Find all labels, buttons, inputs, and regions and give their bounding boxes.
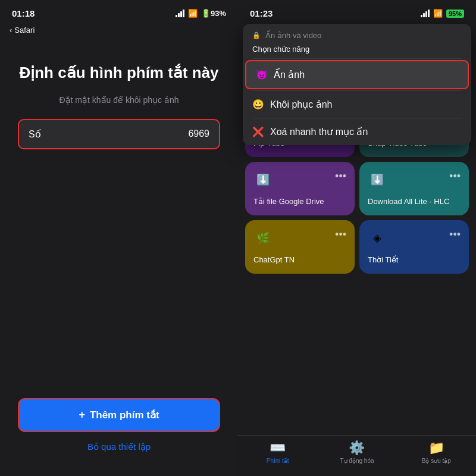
bottom-nav: ⌨️ Phím tắt ⚙️ Tự động hóa 📁 Bộ sưu tập: [238, 435, 476, 476]
dropdown-item-delete[interactable]: ❌ Xoá nhanh thư mục ẩn: [243, 118, 471, 145]
plus-icon: +: [79, 409, 85, 421]
more-icon-weather[interactable]: •••: [449, 228, 461, 241]
weather-label: Thời Tiết: [368, 255, 461, 265]
page-title: Định cấu hình phím tắt này: [19, 63, 218, 83]
dropdown-item-restore[interactable]: 😀 Khôi phục ảnh: [243, 91, 471, 118]
back-label[interactable]: Safari: [14, 26, 35, 35]
delete-label: Xoá nhanh thư mục ẩn: [270, 126, 368, 137]
signal-icon: [176, 10, 184, 17]
more-icon-chatgpt[interactable]: •••: [335, 228, 346, 241]
card-top-gdrive: ⬇️ •••: [253, 170, 346, 189]
card-top-download: ⬇️ •••: [368, 170, 461, 189]
bottom-section: + Thêm phím tắt Bỏ qua thiết lập: [0, 386, 238, 476]
status-icons-left: 📶 🔋93%: [176, 9, 226, 18]
gdrive-icon: ⬇️: [253, 170, 273, 189]
time-right: 01:23: [250, 8, 273, 18]
chatgpt-label: ChatGpt TN: [253, 255, 346, 265]
status-icons-right: 📶 95%: [421, 9, 464, 18]
shortcut-card-download[interactable]: ⬇️ ••• Download All Lite - HLC: [359, 162, 469, 215]
left-panel: 01:18 📶 🔋93% ‹ Safari Định cấu hình phím…: [0, 0, 238, 476]
add-shortcut-label: Thêm phím tắt: [90, 409, 159, 421]
lock-icon: 🔒: [252, 32, 261, 39]
weather-icon: ◈: [368, 228, 387, 248]
wifi-icon-right: 📶: [433, 9, 443, 18]
delete-icon: ❌: [252, 126, 264, 137]
input-row[interactable]: Số 6969: [18, 119, 220, 149]
automation-nav-icon: ⚙️: [349, 440, 365, 456]
download-label: Download All Lite - HLC: [368, 197, 461, 207]
shortcuts-nav-label: Phím tắt: [267, 458, 289, 464]
input-value: 6969: [188, 129, 209, 139]
dropdown-item-hide[interactable]: 😈 Ẩn ảnh: [245, 60, 469, 89]
dropdown-header-text: Ẩn ảnh và video: [265, 31, 321, 40]
restore-icon: 😀: [252, 99, 264, 110]
restore-label: Khôi phục ảnh: [270, 99, 333, 110]
shortcuts-nav-icon: ⌨️: [270, 440, 286, 456]
hide-icon: 😈: [256, 69, 268, 80]
automation-nav-label: Tự động hóa: [340, 458, 374, 464]
battery-label-right: 95%: [446, 10, 464, 18]
left-content: Định cấu hình phím tắt này Đặt mật khẩu …: [0, 39, 238, 386]
input-label: Số: [29, 129, 41, 140]
nav-item-gallery[interactable]: 📁 Bộ sưu tập: [397, 440, 476, 464]
card-top-chatgpt: 🌿 •••: [253, 228, 346, 248]
dropdown-header: 🔒 Ẩn ảnh và video: [243, 24, 471, 42]
more-icon-download[interactable]: •••: [449, 170, 461, 183]
add-shortcut-button[interactable]: + Thêm phím tắt: [18, 398, 220, 432]
skip-setup-link[interactable]: Bỏ qua thiết lập: [87, 441, 151, 452]
battery-icon: 🔋93%: [201, 9, 226, 18]
dropdown-section-label: Chọn chức năng: [243, 42, 471, 58]
divider1: [252, 58, 462, 59]
gallery-nav-icon: 📁: [428, 440, 444, 456]
nav-item-shortcuts[interactable]: ⌨️ Phím tắt: [238, 440, 317, 464]
download-icon: ⬇️: [368, 170, 387, 189]
card-top-weather: ◈ •••: [368, 228, 461, 248]
chatgpt-icon: 🌿: [253, 228, 273, 248]
hide-label: Ẩn ảnh: [274, 69, 305, 80]
more-icon-gdrive[interactable]: •••: [335, 170, 346, 183]
time-left: 01:18: [12, 8, 35, 18]
back-chevron-icon: ‹: [10, 26, 12, 35]
safari-back[interactable]: ‹ Safari: [0, 23, 238, 39]
shortcut-card-gdrive[interactable]: ⬇️ ••• Tải file Google Drive: [245, 162, 355, 215]
shortcut-card-chatgpt[interactable]: 🌿 ••• ChatGpt TN: [245, 220, 355, 274]
status-bar-right: 01:23 📶 95%: [238, 0, 476, 23]
page-subtitle: Đặt mật khẩu để khôi phục ảnh: [59, 95, 178, 105]
signal-icon-right: [421, 10, 430, 17]
gallery-nav-label: Bộ sưu tập: [422, 458, 451, 464]
shortcut-card-weather[interactable]: ◈ ••• Thời Tiết: [359, 220, 469, 274]
status-bar-left: 01:18 📶 🔋93%: [0, 0, 238, 23]
gdrive-label: Tải file Google Drive: [253, 197, 346, 207]
nav-item-automation[interactable]: ⚙️ Tự động hóa: [317, 440, 396, 464]
wifi-icon: 📶: [188, 9, 198, 18]
dropdown-overlay: 🔒 Ẩn ảnh và video Chọn chức năng 😈 Ẩn ản…: [243, 24, 471, 145]
right-panel: 01:23 📶 95% 🔒 Ẩn ảnh và video Chọn chức …: [238, 0, 476, 476]
